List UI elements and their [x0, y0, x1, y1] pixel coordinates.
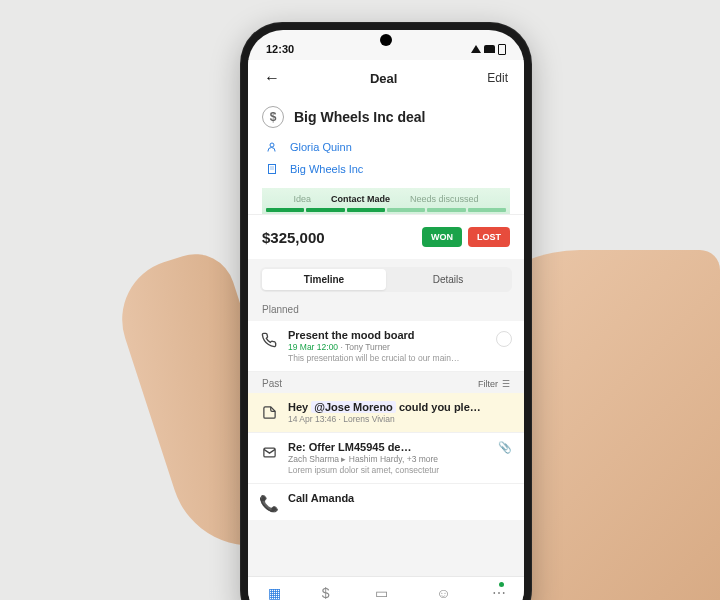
- deal-title: Big Wheels Inc deal: [294, 109, 425, 125]
- status-icons: [471, 44, 506, 55]
- deal-header: $ Big Wheels Inc deal Gloria Quinn Big W…: [248, 96, 524, 214]
- org-name: Big Wheels Inc: [290, 163, 363, 175]
- planned-activity[interactable]: Present the mood board 19 Mar 12:00 · To…: [248, 321, 524, 372]
- contact-link[interactable]: Gloria Quinn: [262, 136, 510, 158]
- deal-title-row: $ Big Wheels Inc deal: [262, 106, 510, 128]
- svg-rect-1: [269, 165, 276, 174]
- deal-value: $325,000: [262, 229, 325, 246]
- deals-icon: $: [317, 584, 335, 600]
- activities-icon: ▭: [373, 584, 391, 600]
- stage-bar[interactable]: Idea Contact Made Needs discussed: [262, 188, 510, 214]
- stage-current: Contact Made: [331, 194, 390, 204]
- past-header: Past Filter ☰: [248, 372, 524, 393]
- back-button[interactable]: ←: [264, 69, 280, 87]
- email-activity[interactable]: Re: Offer LM45945 de… Zach Sharma ▸ Hash…: [248, 433, 524, 484]
- screen: 12:30 ← Deal Edit $ Big Wheels Inc deal …: [248, 30, 524, 600]
- section-planned: Planned: [248, 302, 524, 321]
- email-title: Re: Offer LM45945 de…: [288, 441, 488, 453]
- tab-activities[interactable]: ▭ Activities: [367, 584, 397, 600]
- battery-icon: [498, 44, 506, 55]
- lost-button[interactable]: LOST: [468, 227, 510, 247]
- contact-name: Gloria Quinn: [290, 141, 352, 153]
- person-icon: [264, 139, 280, 155]
- tab-details[interactable]: Details: [386, 269, 510, 290]
- edit-button[interactable]: Edit: [487, 71, 508, 85]
- stage-next: Needs discussed: [410, 194, 479, 204]
- phone-frame: 12:30 ← Deal Edit $ Big Wheels Inc deal …: [240, 22, 532, 600]
- org-link[interactable]: Big Wheels Inc: [262, 158, 510, 180]
- tab-contacts[interactable]: ☺ Contacts: [429, 584, 459, 600]
- view-tabs: Timeline Details: [260, 267, 512, 292]
- filter-button[interactable]: Filter ☰: [478, 379, 510, 389]
- email-desc: Lorem ipsum dolor sit amet, consectetur: [288, 465, 488, 475]
- value-row: $325,000 WON LOST: [248, 214, 524, 259]
- focus-icon: ▦: [265, 584, 283, 600]
- phone-icon: 📞: [260, 494, 278, 512]
- svg-point-0: [270, 143, 274, 147]
- attachment-icon: 📎: [498, 441, 512, 454]
- note-icon: [260, 403, 278, 421]
- call-icon: [260, 331, 278, 349]
- contacts-icon: ☺: [434, 584, 452, 600]
- content: $ Big Wheels Inc deal Gloria Quinn Big W…: [248, 96, 524, 576]
- section-past: Past: [262, 378, 282, 389]
- filter-icon: ☰: [502, 379, 510, 389]
- mail-icon: [260, 443, 278, 461]
- camera-cutout: [380, 34, 392, 46]
- bottom-tabbar: ▦ Focus $ Deals ▭ Activities ☺ Contacts …: [248, 576, 524, 600]
- tab-deals[interactable]: $ Deals: [316, 584, 335, 600]
- mention: @Jose Moreno: [311, 401, 396, 413]
- tab-timeline[interactable]: Timeline: [262, 269, 386, 290]
- planned-desc: This presentation will be crucial to our…: [288, 353, 486, 363]
- tab-focus[interactable]: ▦ Focus: [264, 584, 284, 600]
- stage-prev: Idea: [293, 194, 311, 204]
- planned-title: Present the mood board: [288, 329, 486, 341]
- complete-checkbox[interactable]: [496, 331, 512, 347]
- note-activity[interactable]: Hey @Jose Moreno could you ple… 14 Apr 1…: [248, 393, 524, 433]
- wifi-icon: [484, 45, 495, 53]
- nav-bar: ← Deal Edit: [248, 60, 524, 96]
- won-button[interactable]: WON: [422, 227, 462, 247]
- building-icon: [264, 161, 280, 177]
- signal-icon: [471, 45, 481, 53]
- call-title: Call Amanda: [288, 492, 512, 504]
- call-activity[interactable]: 📞 Call Amanda: [248, 484, 524, 520]
- nav-title: Deal: [370, 71, 397, 86]
- currency-icon: $: [262, 106, 284, 128]
- note-meta: 14 Apr 13:46 · Lorens Vivian: [288, 414, 512, 424]
- note-title: Hey @Jose Moreno could you ple…: [288, 401, 512, 413]
- email-meta: Zach Sharma ▸ Hashim Hardy, +3 more: [288, 454, 488, 464]
- status-time: 12:30: [266, 43, 294, 55]
- tab-more[interactable]: ⋯ More: [490, 584, 508, 600]
